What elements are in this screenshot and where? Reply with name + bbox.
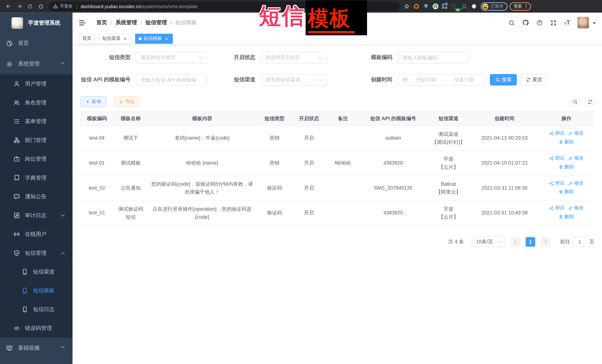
test-link[interactable]: 测试 xyxy=(549,204,564,212)
extension-list-icon[interactable]: on xyxy=(450,1,460,11)
search-toggle-icon[interactable] xyxy=(570,97,580,106)
add-button[interactable]: 新增 xyxy=(80,96,106,107)
hamburger-icon[interactable] xyxy=(79,19,86,26)
goto-page-input[interactable] xyxy=(573,237,586,247)
tab-label: 首页 xyxy=(82,35,91,42)
sidebar-item-infrastructure[interactable]: 基础设施 xyxy=(0,338,73,358)
sidebar-item-sms-management[interactable]: 短信管理 xyxy=(0,244,73,262)
navbar: 首页/系统管理/短信管理/短信模板 TT xyxy=(73,13,602,32)
sidebar-item-notice[interactable]: 通知公告 xyxy=(0,187,73,206)
tab-短信渠道[interactable]: 短信渠道× xyxy=(99,33,131,43)
filter-channel: 短信渠道 请选择短信渠道 xyxy=(261,74,327,85)
extension-donut-icon[interactable] xyxy=(411,1,421,11)
total-count: 共 4 条 xyxy=(448,238,464,245)
channel-select[interactable]: 请选择短信渠道 xyxy=(261,74,327,85)
reload-icon[interactable] xyxy=(25,1,35,12)
forward-icon[interactable] xyxy=(14,1,25,12)
sidebar-item-menu-management[interactable]: 菜单管理 xyxy=(0,112,73,131)
code-icon xyxy=(13,325,20,332)
sidebar-item-label: 用户管理 xyxy=(25,80,46,87)
prev-page-button[interactable] xyxy=(511,237,520,247)
sidebar-item-system-management[interactable]: 系统管理 xyxy=(0,54,73,74)
breadcrumb-item[interactable]: 首页 xyxy=(96,19,107,26)
date-range-picker[interactable]: 开始日期 - 结束日期 xyxy=(398,74,485,85)
gear-icon xyxy=(6,61,13,67)
status-select[interactable]: 请选择开启状态 xyxy=(261,52,327,63)
sidebar-item-sms-template[interactable]: 短信模板 xyxy=(0,281,73,300)
sidebar-item-label: 短信日志 xyxy=(33,306,54,313)
sidebar-item-dept-management[interactable]: 部门管理 xyxy=(0,131,73,150)
delete-link[interactable]: 删除 xyxy=(559,138,574,146)
sidebar-item-error-code[interactable]: 错误码管理 xyxy=(0,319,73,338)
delete-link[interactable]: 删除 xyxy=(559,163,574,171)
user-avatar[interactable] xyxy=(577,17,589,28)
search-button[interactable]: 搜索 xyxy=(490,74,517,85)
export-button[interactable]: 导出 xyxy=(114,96,139,107)
extensions-puzzle-icon[interactable] xyxy=(469,1,479,11)
browser-update-menu-button[interactable]: 更新 xyxy=(510,2,531,10)
breadcrumb-item[interactable]: 短信管理 xyxy=(145,19,167,26)
breadcrumb-item[interactable]: 系统管理 xyxy=(115,19,137,26)
sidebar-item-post-management[interactable]: 岗位管理 xyxy=(0,150,73,168)
sidebar-item-audit-log[interactable]: 审计日志 xyxy=(0,206,73,225)
sidebar-item-dict-management[interactable]: 字典管理 xyxy=(0,168,73,187)
current-page[interactable]: 1 xyxy=(526,237,535,247)
test-link[interactable]: 测试 xyxy=(549,154,564,162)
test-link[interactable]: 测试 xyxy=(549,129,564,137)
edit-link[interactable]: 修改 xyxy=(568,204,584,212)
page-size-select[interactable]: 10条/页 xyxy=(472,236,505,247)
sidebar-item-label: 字典管理 xyxy=(25,174,46,181)
cell-actions: 测试修改删除 xyxy=(538,176,594,200)
fullscreen-icon[interactable] xyxy=(550,20,557,26)
font-size-icon[interactable]: TT xyxy=(564,20,570,26)
reset-button[interactable]: 重置 xyxy=(521,74,548,85)
sidebar-item-sms-log[interactable]: 短信日志 xyxy=(0,300,73,319)
home-icon[interactable] xyxy=(35,1,46,12)
extension-gem-icon[interactable] xyxy=(421,1,431,11)
edit-link[interactable]: 修改 xyxy=(568,129,584,137)
security-label[interactable]: 不安全 xyxy=(60,3,73,9)
next-page-button[interactable] xyxy=(541,237,550,247)
cell-content: 正在进行登录操作{operation}，您的验证码是{code} xyxy=(148,200,257,226)
sidebar-item-sms-channel[interactable]: 短信渠道 xyxy=(0,262,73,281)
close-icon[interactable]: × xyxy=(164,36,169,41)
bookmark-star-icon[interactable] xyxy=(402,1,411,11)
tab-首页[interactable]: 首页 xyxy=(79,33,95,43)
test-link[interactable]: 测试 xyxy=(549,179,564,187)
chevron-down-icon[interactable] xyxy=(593,22,596,26)
date-separator: - xyxy=(444,77,446,83)
address-bar[interactable]: 不安全 dashboard.yudao.iocoder.cn /system/s… xyxy=(48,1,400,11)
help-icon[interactable] xyxy=(537,20,543,26)
api-id-label: 短信 API 的模板编号 xyxy=(81,76,131,83)
end-date-placeholder[interactable]: 结束日期 xyxy=(447,76,481,83)
sidebar-item-online-users[interactable]: 在线用户 xyxy=(0,225,73,244)
edit-link[interactable]: 修改 xyxy=(568,154,584,162)
sidebar-item-label: 首页 xyxy=(18,40,29,47)
delete-link[interactable]: 删除 xyxy=(559,188,574,196)
refresh-icon[interactable] xyxy=(585,97,594,106)
sidebar-logo[interactable]: 芋道管理系统 xyxy=(0,13,73,33)
extension-zoom-icon[interactable] xyxy=(460,1,469,11)
browser-profile-button[interactable]: 已暂停 xyxy=(481,2,507,10)
api-id-input[interactable] xyxy=(136,74,207,85)
github-icon[interactable] xyxy=(522,19,529,26)
sidebar-item-role-management[interactable]: 角色管理 xyxy=(0,93,73,112)
sidebar-item-label: 角色管理 xyxy=(25,99,46,106)
extension-grid-icon[interactable] xyxy=(441,1,450,11)
tab-短信模板[interactable]: 短信模板× xyxy=(135,33,173,43)
back-icon[interactable] xyxy=(3,1,14,12)
sidebar-item-user-management[interactable]: 用户管理 xyxy=(0,74,73,93)
delete-link[interactable]: 删除 xyxy=(559,213,574,221)
sidebar-item-label: 岗位管理 xyxy=(25,156,46,162)
extension-y-icon[interactable]: y xyxy=(431,1,441,11)
search-icon[interactable] xyxy=(508,20,515,26)
start-date-placeholder[interactable]: 开始日期 xyxy=(409,76,443,83)
sidebar-item-home[interactable]: 首页 xyxy=(0,33,73,54)
chevron-down-icon xyxy=(61,344,65,348)
browser-toolbar: 不安全 dashboard.yudao.iocoder.cn /system/s… xyxy=(0,0,602,13)
close-icon[interactable]: × xyxy=(122,36,128,41)
page-unit-label: 页 xyxy=(589,238,594,245)
edit-link[interactable]: 修改 xyxy=(568,179,584,187)
code-input[interactable] xyxy=(398,52,468,63)
sms-type-select[interactable]: 请选择短信类型 xyxy=(136,52,207,63)
